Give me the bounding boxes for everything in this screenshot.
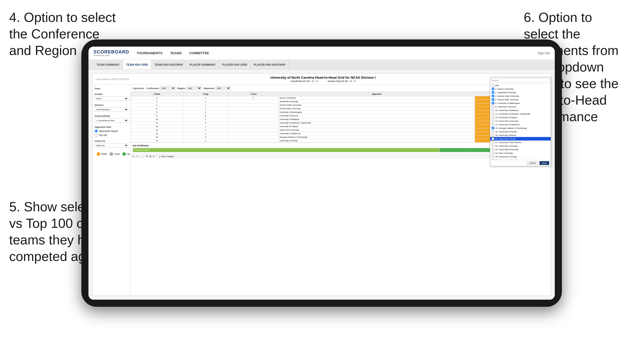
gender-select[interactable]: Men's xyxy=(95,96,128,101)
table-area: Opponents: Conference (All) Region xyxy=(131,85,551,296)
cell-opponent: Arizona State University xyxy=(278,103,475,107)
conference-filter: Conference (All) xyxy=(147,86,176,90)
dropdown-item[interactable]: 18. University of Illinois xyxy=(490,133,551,137)
cancel-button[interactable]: Cancel xyxy=(527,161,538,165)
colour-by-label: Colour by xyxy=(95,140,128,142)
cell-opponent: University of Arizona xyxy=(278,114,475,118)
cell-conf xyxy=(228,132,278,135)
dropdown-item[interactable]: 20. University of Texas xyxy=(490,137,551,141)
division-select[interactable]: NCAA Division I xyxy=(95,107,128,112)
toolbar-undo[interactable]: ↩ xyxy=(133,155,134,158)
dropdown-item[interactable]: 10. University of Alabama xyxy=(490,108,551,112)
dropdown-item[interactable]: 25. University of Oregon xyxy=(490,155,551,158)
dropdown-item[interactable]: (All) xyxy=(490,85,551,87)
toolbar-back[interactable]: ← xyxy=(139,155,141,158)
top100-radio[interactable]: Top 100 xyxy=(95,133,128,137)
opponents-played-radio[interactable]: Opponents Played xyxy=(95,129,128,133)
opponent-dropdown[interactable]: (All) 2. Auburn University 3. Vanderbilt… xyxy=(490,85,551,166)
dropdown-item[interactable]: 21. University of New Mexico xyxy=(490,141,551,144)
dropdown-item[interactable]: 6. Florida State University xyxy=(490,98,551,101)
subnav-team-h2h-grid[interactable]: TEAM H2H GRID xyxy=(123,60,152,69)
table-row: 6 2 Florida State University 4 2 xyxy=(131,107,551,110)
toolbar-forward[interactable]: → xyxy=(143,155,145,158)
legend-up-dot xyxy=(122,152,126,156)
dropdown-item[interactable]: 16. University of Florida xyxy=(490,130,551,133)
opponent-select[interactable]: (All) xyxy=(215,86,231,90)
bottom-toolbar: ↩ ↪ ← → ⧉ ⊞ ↻ 📊 View: Original 👁 W xyxy=(131,154,551,159)
col-opponent: Opponent xyxy=(278,92,475,96)
cell-conf xyxy=(228,110,278,114)
conference-select[interactable]: (All) xyxy=(160,86,175,90)
gender-section: Gender Men's xyxy=(95,93,128,101)
main-content: Last Updated: 4/5/2024 16:55:38 Universi… xyxy=(88,70,555,300)
legend: Down Level Up xyxy=(95,151,128,157)
region-select[interactable]: (All) xyxy=(186,86,202,90)
table-row: 11 6 University of Arkansas, Fayettevill… xyxy=(131,121,551,125)
cell-rank: 12 xyxy=(131,125,183,128)
table-row: 12 3 University of Virginia 1 0 xyxy=(131,125,551,128)
opponent-view-section: Opponent View Opponents Played Top 100 xyxy=(95,126,128,137)
last-updated: Last Updated: 4/5/2024 16:55:38 xyxy=(96,78,129,80)
cell-opponent: Auburn University xyxy=(278,96,475,100)
colour-by-select[interactable]: Win/Loss xyxy=(95,143,128,148)
school-label: School (Rank) xyxy=(95,115,128,117)
cell-opponent: Georgia Institute of Technology xyxy=(278,135,475,139)
nav-committee[interactable]: COMMITTEE xyxy=(189,51,209,55)
dropdown-item[interactable]: 12. University of Virginia xyxy=(490,116,551,119)
dropdown-item[interactable]: 8. University of Washington xyxy=(490,101,551,105)
dropdown-footer: Cancel Apply xyxy=(490,160,551,166)
cell-reg: 1 xyxy=(183,103,228,107)
cell-rank: 9 xyxy=(131,114,183,118)
dropdown-item[interactable]: 23. Texas A&M University xyxy=(490,148,551,151)
cell-rank: 3 xyxy=(131,100,183,103)
dropdown-item[interactable]: 15. Georgia Institute of Technology xyxy=(490,126,551,130)
col-reg: # Reg xyxy=(183,92,228,96)
nav-tournaments[interactable]: TOURNAMENTS xyxy=(137,51,162,55)
cell-conf xyxy=(228,103,278,107)
dropdown-item[interactable]: 22. University of Georgia xyxy=(490,144,551,148)
dropdown-item[interactable]: 3. Vanderbilt University xyxy=(490,91,551,94)
subnav-player-summary[interactable]: PLAYER SUMMARY xyxy=(186,60,219,69)
cell-reg: 1 xyxy=(183,96,228,100)
school-select[interactable]: 1. University of Nort... xyxy=(95,118,128,123)
dropdown-item[interactable]: 2. Auburn University xyxy=(490,87,551,91)
toolbar-paste[interactable]: ⊞ xyxy=(149,155,151,158)
cell-reg: 3 xyxy=(183,125,228,128)
cell-opponent: University of Florida xyxy=(278,139,475,143)
subnav-team-summary[interactable]: TEAM SUMMARY xyxy=(94,60,123,69)
dropdown-item[interactable]: 9. University of Arizona xyxy=(490,105,551,108)
dropdown-item[interactable]: 14. University of Oklahoma xyxy=(490,123,551,126)
nav-teams[interactable]: TEAMS xyxy=(170,51,182,55)
apply-button[interactable]: Apply xyxy=(540,161,549,165)
cell-reg: 4 xyxy=(183,135,228,139)
dropdown-list: (All) 2. Auburn University 3. Vanderbilt… xyxy=(490,85,551,160)
subnav-player-h2h-heatmap[interactable]: PLAYER H2H HEATMAP xyxy=(251,60,289,69)
toolbar-copy[interactable]: ⧉ xyxy=(146,155,148,158)
subnav-team-h2h-heatmap[interactable]: TEAM H2H HEATMAP xyxy=(151,60,186,69)
dropdown-item[interactable]: 24. Duke University xyxy=(490,151,551,155)
toolbar-redo[interactable]: ↪ xyxy=(136,155,138,158)
dropdown-item[interactable]: 4. Arizona State University xyxy=(490,94,551,98)
panel-title: University of North Carolina Head-to-Hea… xyxy=(129,76,517,79)
nav-signout[interactable]: Sign Out xyxy=(538,51,550,55)
cell-rank: 14 xyxy=(131,132,183,135)
dropdown-item[interactable]: 11. University of Arkansas, Fayetteville xyxy=(490,112,551,116)
school-section: School (Rank) 1. University of Nort... xyxy=(95,115,128,123)
cell-opponent: University of Oklahoma xyxy=(278,132,475,135)
cell-rank: 16 xyxy=(131,139,183,143)
toolbar-refresh[interactable]: ↻ xyxy=(153,155,155,158)
subnav-player-h2h-grid[interactable]: PLAYER H2H GRID xyxy=(219,60,250,69)
ood-division: NCAA Division II xyxy=(133,148,440,152)
col-rank: # Rank xyxy=(131,92,183,96)
out-of-division: Out of division NCAA Division II 1 0 xyxy=(131,143,551,154)
table-row: 9 3 University of Arizona 1 0 xyxy=(131,114,551,118)
filters-row: Opponents: Conference (All) Region xyxy=(131,85,551,92)
h2h-table: # Rank # Reg # Conf Opponent Win Loss xyxy=(131,92,551,143)
cell-reg: 1 xyxy=(183,128,228,132)
region-filter: Region (All) xyxy=(177,86,202,90)
opponents-filter-label: Opponents: xyxy=(133,87,145,90)
dropdown-item[interactable]: 13. Texas Tech University xyxy=(490,119,551,123)
col-conf: # Conf xyxy=(228,92,278,96)
left-sidebar: Team Gender Men's Division xyxy=(93,85,131,296)
out-of-division-table: NCAA Division II 1 0 xyxy=(133,148,549,152)
